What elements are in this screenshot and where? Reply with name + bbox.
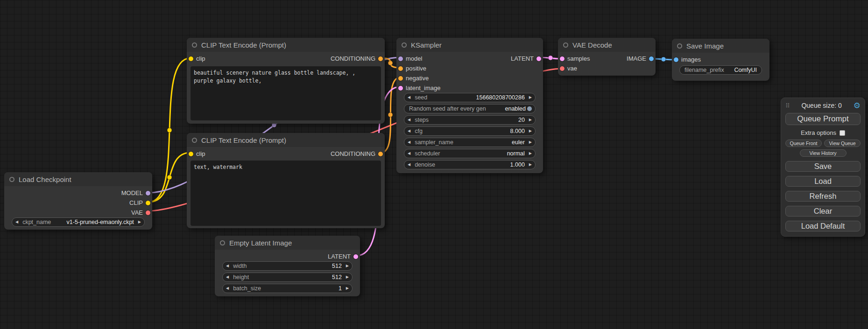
image-output-dot[interactable] xyxy=(649,56,654,61)
next-value-arrow-icon[interactable]: ▶ xyxy=(529,152,532,155)
cfg-widget[interactable]: ◀ cfg 8.000 ▶ xyxy=(404,126,536,136)
link-midpoint-dot xyxy=(167,175,172,180)
decrement-arrow-icon[interactable]: ◀ xyxy=(226,264,229,268)
view-queue-button[interactable]: View Queue xyxy=(824,140,861,147)
positive-input-dot[interactable] xyxy=(398,66,403,71)
slot-row: clip CONDITIONING xyxy=(187,149,385,159)
extra-options-checkbox[interactable] xyxy=(840,130,845,136)
node-title-bar[interactable]: Save Image xyxy=(672,39,769,53)
collapse-toggle-icon[interactable] xyxy=(192,42,197,48)
collapse-toggle-icon[interactable] xyxy=(677,43,682,49)
increment-arrow-icon[interactable]: ▶ xyxy=(529,163,532,167)
increment-arrow-icon[interactable]: ▶ xyxy=(529,118,532,122)
prompt-textarea[interactable]: beautiful scenery nature glass bottle la… xyxy=(191,66,381,120)
clip-input-dot[interactable] xyxy=(189,56,193,61)
collapse-toggle-icon[interactable] xyxy=(220,240,225,245)
decrement-arrow-icon[interactable]: ◀ xyxy=(226,275,229,279)
prev-value-arrow-icon[interactable]: ◀ xyxy=(408,152,410,155)
output-label-clip: CLIP xyxy=(129,199,143,206)
widget-label: width xyxy=(233,263,247,269)
node-title: Save Image xyxy=(686,42,724,50)
prev-value-arrow-icon[interactable]: ◀ xyxy=(408,140,410,144)
node-canvas[interactable]: { "slot_colors": { "MODEL": "#B39DDB", "… xyxy=(0,0,868,329)
node-save-image[interactable]: Save Image images filename_prefix ComfyU… xyxy=(672,39,769,81)
slot-row: latent_image xyxy=(396,83,543,93)
increment-arrow-icon[interactable]: ▶ xyxy=(346,264,349,268)
ckpt-name-widget[interactable]: ◀ ckpt_name v1-5-pruned-emaonly.ckpt ▶ xyxy=(12,217,145,227)
extra-options-label: Extra options xyxy=(801,129,836,136)
scheduler-widget[interactable]: ◀ scheduler normal ▶ xyxy=(404,149,536,158)
node-title-bar[interactable]: KSampler xyxy=(396,38,543,52)
node-title-bar[interactable]: CLIP Text Encode (Prompt) xyxy=(187,38,385,52)
clear-button[interactable]: Clear xyxy=(785,206,861,217)
slot-row: vae xyxy=(558,63,656,73)
load-default-button[interactable]: Load Default xyxy=(785,221,861,231)
slot-row: negative xyxy=(396,73,543,83)
latent-output-dot[interactable] xyxy=(536,56,541,61)
widget-value: 8.000 xyxy=(510,128,525,134)
widget-value: 512 xyxy=(332,274,342,280)
clip-input-dot[interactable] xyxy=(189,152,193,156)
increment-arrow-icon[interactable]: ▶ xyxy=(346,275,349,279)
collapse-toggle-icon[interactable] xyxy=(563,42,568,48)
filename-prefix-widget[interactable]: filename_prefix ComfyUI xyxy=(679,65,762,75)
node-clip-text-encode-positive[interactable]: CLIP Text Encode (Prompt) clip CONDITION… xyxy=(187,38,385,124)
view-history-button[interactable]: View History xyxy=(800,149,847,157)
negative-input-dot[interactable] xyxy=(398,76,403,81)
widget-label: sampler_name xyxy=(415,139,453,146)
collapse-toggle-icon[interactable] xyxy=(402,42,407,48)
vae-output-dot[interactable] xyxy=(146,210,150,215)
latent-image-input-dot[interactable] xyxy=(398,86,403,91)
increment-arrow-icon[interactable]: ▶ xyxy=(529,129,532,133)
load-button[interactable]: Load xyxy=(785,176,861,187)
node-empty-latent-image[interactable]: Empty Latent Image LATENT ◀ width 512 ▶ … xyxy=(215,236,360,296)
denoise-widget[interactable]: ◀ denoise 1.000 ▶ xyxy=(404,160,536,169)
collapse-toggle-icon[interactable] xyxy=(192,138,197,143)
latent-output-dot[interactable] xyxy=(353,254,358,259)
node-ksampler[interactable]: KSampler model LATENT positive negative … xyxy=(396,38,543,173)
next-value-arrow-icon[interactable]: ▶ xyxy=(138,220,141,224)
collapse-toggle-icon[interactable] xyxy=(9,177,14,182)
increment-arrow-icon[interactable]: ▶ xyxy=(529,96,532,99)
node-clip-text-encode-negative[interactable]: CLIP Text Encode (Prompt) clip CONDITION… xyxy=(187,133,385,228)
clip-output-dot[interactable] xyxy=(146,201,150,205)
node-vae-decode[interactable]: VAE Decode samples IMAGE vae xyxy=(558,38,656,76)
seed-widget[interactable]: ◀ seed 156680208700286 ▶ xyxy=(404,93,536,102)
height-widget[interactable]: ◀ height 512 ▶ xyxy=(222,273,353,282)
sampler-name-widget[interactable]: ◀ sampler_name euler ▶ xyxy=(404,138,536,147)
settings-gear-icon[interactable]: ⚙ xyxy=(854,102,861,110)
conditioning-output-dot[interactable] xyxy=(378,152,383,156)
drag-handle-icon[interactable]: ⠿ xyxy=(785,102,790,109)
prev-value-arrow-icon[interactable]: ◀ xyxy=(15,220,18,224)
increment-arrow-icon[interactable]: ▶ xyxy=(346,287,349,290)
decrement-arrow-icon[interactable]: ◀ xyxy=(408,163,410,167)
vae-input-dot[interactable] xyxy=(560,66,565,71)
images-input-dot[interactable] xyxy=(674,57,678,62)
node-title-bar[interactable]: VAE Decode xyxy=(558,38,656,52)
decrement-arrow-icon[interactable]: ◀ xyxy=(408,129,410,133)
node-title-bar[interactable]: Empty Latent Image xyxy=(215,236,360,250)
decrement-arrow-icon[interactable]: ◀ xyxy=(408,118,410,122)
prompt-textarea[interactable]: text, watermark xyxy=(191,161,381,226)
toggle-knob[interactable] xyxy=(527,106,532,111)
node-load-checkpoint[interactable]: Load Checkpoint MODEL CLIP VAE ◀ ckpt_na… xyxy=(4,172,152,230)
samples-input-dot[interactable] xyxy=(560,56,565,61)
widget-value: 512 xyxy=(332,263,342,269)
node-title-bar[interactable]: Load Checkpoint xyxy=(4,172,152,186)
conditioning-output-dot[interactable] xyxy=(378,56,383,61)
decrement-arrow-icon[interactable]: ◀ xyxy=(226,287,229,290)
decrement-arrow-icon[interactable]: ◀ xyxy=(408,96,410,99)
queue-prompt-button[interactable]: Queue Prompt xyxy=(785,113,861,125)
save-button[interactable]: Save xyxy=(785,161,861,172)
batch-size-widget[interactable]: ◀ batch_size 1 ▶ xyxy=(222,284,353,293)
input-label-model: model xyxy=(406,55,422,62)
steps-widget[interactable]: ◀ steps 20 ▶ xyxy=(404,115,536,125)
queue-front-button[interactable]: Queue Front xyxy=(785,140,822,147)
node-title-bar[interactable]: CLIP Text Encode (Prompt) xyxy=(187,133,385,147)
refresh-button[interactable]: Refresh xyxy=(785,191,861,202)
width-widget[interactable]: ◀ width 512 ▶ xyxy=(222,261,353,271)
model-input-dot[interactable] xyxy=(398,56,403,61)
model-output-dot[interactable] xyxy=(146,191,150,196)
random-seed-toggle-widget[interactable]: Random seed after every gen enabled xyxy=(404,104,536,113)
next-value-arrow-icon[interactable]: ▶ xyxy=(529,140,532,144)
